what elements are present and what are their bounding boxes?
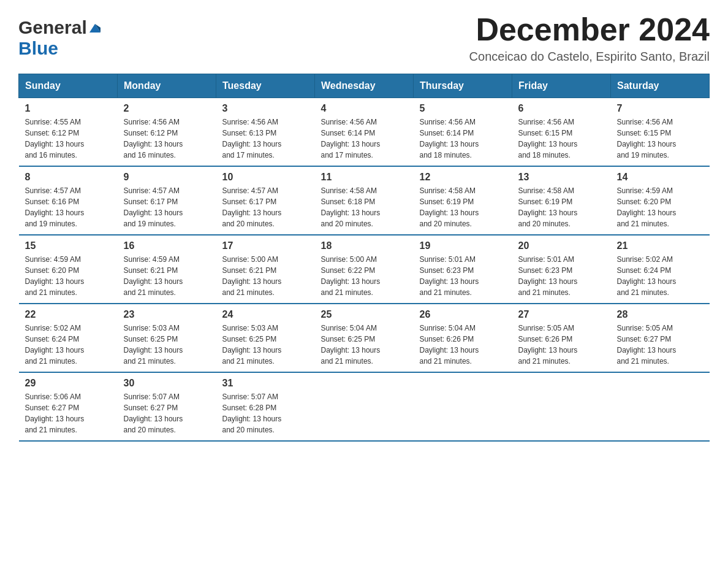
day-info: Sunrise: 5:03 AMSunset: 6:25 PMDaylight:…: [124, 324, 183, 366]
day-number: 17: [222, 240, 309, 251]
calendar-cell: 21 Sunrise: 5:02 AMSunset: 6:24 PMDaylig…: [611, 235, 710, 304]
header-monday: Monday: [118, 74, 216, 98]
day-info: Sunrise: 4:59 AMSunset: 6:20 PMDaylight:…: [25, 255, 85, 297]
calendar-cell: 12 Sunrise: 4:58 AMSunset: 6:19 PMDaylig…: [414, 166, 512, 235]
day-number: 27: [518, 309, 605, 320]
calendar-cell: 28 Sunrise: 5:05 AMSunset: 6:27 PMDaylig…: [611, 304, 710, 372]
calendar-table: Sunday Monday Tuesday Wednesday Thursday…: [18, 74, 710, 442]
calendar-cell: 25 Sunrise: 5:04 AMSunset: 6:25 PMDaylig…: [315, 304, 414, 372]
day-number: 20: [518, 240, 605, 251]
day-info: Sunrise: 4:57 AMSunset: 6:17 PMDaylight:…: [124, 186, 183, 228]
day-number: 26: [420, 309, 506, 320]
day-info: Sunrise: 5:01 AMSunset: 6:23 PMDaylight:…: [518, 255, 578, 297]
week-row-2: 8 Sunrise: 4:57 AMSunset: 6:16 PMDayligh…: [19, 166, 710, 235]
logo: General Blue: [18, 17, 100, 59]
day-number: 25: [321, 309, 408, 320]
calendar-cell: [611, 372, 710, 441]
day-info: Sunrise: 5:01 AMSunset: 6:23 PMDaylight:…: [420, 255, 479, 297]
day-number: 13: [518, 172, 605, 183]
header-friday: Friday: [512, 74, 611, 98]
day-info: Sunrise: 5:05 AMSunset: 6:27 PMDaylight:…: [617, 324, 677, 366]
calendar-cell: 16 Sunrise: 4:59 AMSunset: 6:21 PMDaylig…: [118, 235, 216, 304]
calendar-cell: 26 Sunrise: 5:04 AMSunset: 6:26 PMDaylig…: [414, 304, 512, 372]
calendar-cell: 20 Sunrise: 5:01 AMSunset: 6:23 PMDaylig…: [512, 235, 611, 304]
day-info: Sunrise: 5:02 AMSunset: 6:24 PMDaylight:…: [25, 324, 85, 366]
calendar-cell: 4 Sunrise: 4:56 AMSunset: 6:14 PMDayligh…: [315, 98, 414, 167]
day-info: Sunrise: 4:57 AMSunset: 6:16 PMDaylight:…: [25, 186, 85, 228]
calendar-cell: 2 Sunrise: 4:56 AMSunset: 6:12 PMDayligh…: [118, 98, 216, 167]
day-info: Sunrise: 4:56 AMSunset: 6:15 PMDaylight:…: [518, 118, 578, 159]
day-info: Sunrise: 5:04 AMSunset: 6:26 PMDaylight:…: [420, 324, 479, 366]
calendar-cell: 27 Sunrise: 5:05 AMSunset: 6:26 PMDaylig…: [512, 304, 611, 372]
logo-arrow-icon: [89, 21, 100, 35]
day-info: Sunrise: 4:59 AMSunset: 6:21 PMDaylight:…: [124, 255, 183, 297]
day-info: Sunrise: 5:03 AMSunset: 6:25 PMDaylight:…: [222, 324, 282, 366]
calendar-cell: 14 Sunrise: 4:59 AMSunset: 6:20 PMDaylig…: [611, 166, 710, 235]
calendar-cell: 15 Sunrise: 4:59 AMSunset: 6:20 PMDaylig…: [19, 235, 118, 304]
day-info: Sunrise: 5:00 AMSunset: 6:22 PMDaylight:…: [321, 255, 381, 297]
calendar-cell: 9 Sunrise: 4:57 AMSunset: 6:17 PMDayligh…: [118, 166, 216, 235]
header-thursday: Thursday: [414, 74, 512, 98]
day-info: Sunrise: 4:58 AMSunset: 6:19 PMDaylight:…: [420, 186, 479, 228]
page-header: General Blue December 2024 Conceicao do …: [18, 12, 710, 64]
day-number: 7: [617, 103, 703, 114]
day-number: 6: [518, 103, 605, 114]
day-number: 2: [124, 103, 210, 114]
calendar-cell: 3 Sunrise: 4:56 AMSunset: 6:13 PMDayligh…: [216, 98, 315, 167]
day-number: 23: [124, 309, 210, 320]
day-number: 9: [124, 172, 210, 183]
day-number: 10: [222, 172, 309, 183]
day-info: Sunrise: 5:07 AMSunset: 6:27 PMDaylight:…: [124, 393, 183, 434]
day-number: 24: [222, 309, 309, 320]
day-number: 19: [420, 240, 506, 251]
calendar-cell: 24 Sunrise: 5:03 AMSunset: 6:25 PMDaylig…: [216, 304, 315, 372]
calendar-cell: [512, 372, 611, 441]
day-number: 28: [617, 309, 703, 320]
day-info: Sunrise: 4:56 AMSunset: 6:14 PMDaylight:…: [321, 118, 381, 159]
title-area: December 2024 Conceicao do Castelo, Espi…: [469, 12, 710, 64]
calendar-cell: 8 Sunrise: 4:57 AMSunset: 6:16 PMDayligh…: [19, 166, 118, 235]
day-info: Sunrise: 4:57 AMSunset: 6:17 PMDaylight:…: [222, 186, 282, 228]
day-info: Sunrise: 5:06 AMSunset: 6:27 PMDaylight:…: [25, 393, 85, 434]
calendar-cell: 22 Sunrise: 5:02 AMSunset: 6:24 PMDaylig…: [19, 304, 118, 372]
day-info: Sunrise: 5:02 AMSunset: 6:24 PMDaylight:…: [617, 255, 677, 297]
header-sunday: Sunday: [19, 74, 118, 98]
day-info: Sunrise: 5:05 AMSunset: 6:26 PMDaylight:…: [518, 324, 578, 366]
day-number: 3: [222, 103, 309, 114]
calendar-cell: [414, 372, 512, 441]
day-number: 18: [321, 240, 408, 251]
calendar-cell: [315, 372, 414, 441]
day-number: 8: [25, 172, 112, 183]
calendar-cell: 18 Sunrise: 5:00 AMSunset: 6:22 PMDaylig…: [315, 235, 414, 304]
month-title: December 2024: [469, 12, 710, 47]
day-info: Sunrise: 5:00 AMSunset: 6:21 PMDaylight:…: [222, 255, 282, 297]
calendar-cell: 11 Sunrise: 4:58 AMSunset: 6:18 PMDaylig…: [315, 166, 414, 235]
day-info: Sunrise: 5:07 AMSunset: 6:28 PMDaylight:…: [222, 393, 282, 434]
logo-blue-text: Blue: [18, 38, 58, 58]
calendar-cell: 30 Sunrise: 5:07 AMSunset: 6:27 PMDaylig…: [118, 372, 216, 441]
day-number: 11: [321, 172, 408, 183]
day-number: 31: [222, 378, 309, 389]
week-row-3: 15 Sunrise: 4:59 AMSunset: 6:20 PMDaylig…: [19, 235, 710, 304]
calendar-cell: 31 Sunrise: 5:07 AMSunset: 6:28 PMDaylig…: [216, 372, 315, 441]
calendar-cell: 5 Sunrise: 4:56 AMSunset: 6:14 PMDayligh…: [414, 98, 512, 167]
day-number: 14: [617, 172, 703, 183]
header-wednesday: Wednesday: [315, 74, 414, 98]
day-number: 22: [25, 309, 112, 320]
day-number: 16: [124, 240, 210, 251]
day-info: Sunrise: 4:56 AMSunset: 6:12 PMDaylight:…: [124, 118, 183, 159]
day-number: 5: [420, 103, 506, 114]
day-info: Sunrise: 4:58 AMSunset: 6:19 PMDaylight:…: [518, 186, 578, 228]
day-number: 12: [420, 172, 506, 183]
day-info: Sunrise: 4:59 AMSunset: 6:20 PMDaylight:…: [617, 186, 677, 228]
location-title: Conceicao do Castelo, Espirito Santo, Br…: [469, 50, 710, 64]
day-number: 30: [124, 378, 210, 389]
day-info: Sunrise: 4:56 AMSunset: 6:13 PMDaylight:…: [222, 118, 282, 159]
calendar-cell: 6 Sunrise: 4:56 AMSunset: 6:15 PMDayligh…: [512, 98, 611, 167]
day-number: 29: [25, 378, 112, 389]
logo-general-text: General: [18, 17, 87, 38]
day-number: 15: [25, 240, 112, 251]
day-number: 4: [321, 103, 408, 114]
week-row-4: 22 Sunrise: 5:02 AMSunset: 6:24 PMDaylig…: [19, 304, 710, 372]
calendar-cell: 13 Sunrise: 4:58 AMSunset: 6:19 PMDaylig…: [512, 166, 611, 235]
